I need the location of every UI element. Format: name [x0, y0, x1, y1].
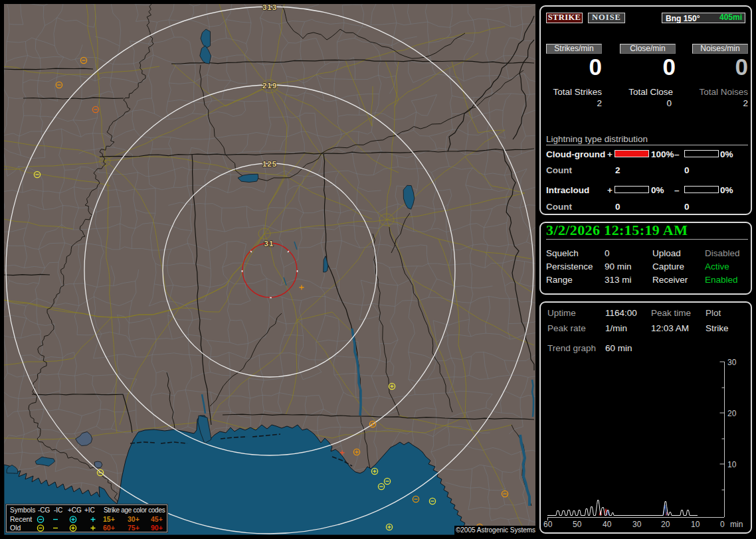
svg-text:10: 10 [727, 460, 737, 469]
svg-text:30+: 30+ [128, 515, 140, 523]
svg-text:-CG: -CG [38, 506, 50, 514]
svg-text:45+: 45+ [151, 515, 163, 523]
svg-text:10: 10 [691, 520, 700, 529]
svg-text:15+: 15+ [103, 515, 115, 523]
svg-text:40: 40 [603, 520, 612, 529]
svg-text:125: 125 [262, 160, 277, 168]
svg-text:219: 219 [262, 82, 277, 90]
svg-text:+CG: +CG [68, 506, 82, 514]
svg-text:90+: 90+ [151, 524, 163, 532]
svg-text:Recent: Recent [10, 515, 32, 523]
svg-text:20: 20 [661, 520, 670, 529]
svg-text:Symbols: Symbols [10, 506, 35, 514]
svg-text:min: min [730, 520, 743, 529]
svg-text:30: 30 [727, 359, 737, 367]
svg-text:Old: Old [10, 524, 21, 532]
svg-text:60+: 60+ [103, 524, 115, 532]
svg-text:60: 60 [543, 520, 553, 529]
svg-text:Strike age color codes: Strike age color codes [104, 506, 165, 514]
svg-text:75+: 75+ [128, 524, 140, 532]
svg-text:+IC: +IC [84, 506, 95, 514]
svg-text:313: 313 [262, 4, 277, 11]
svg-text:-IC: -IC [54, 506, 62, 514]
svg-text:31: 31 [264, 240, 274, 248]
svg-text:0: 0 [720, 520, 725, 529]
svg-text:30: 30 [632, 520, 642, 529]
svg-text:20: 20 [727, 409, 737, 418]
svg-text:50: 50 [573, 520, 582, 529]
